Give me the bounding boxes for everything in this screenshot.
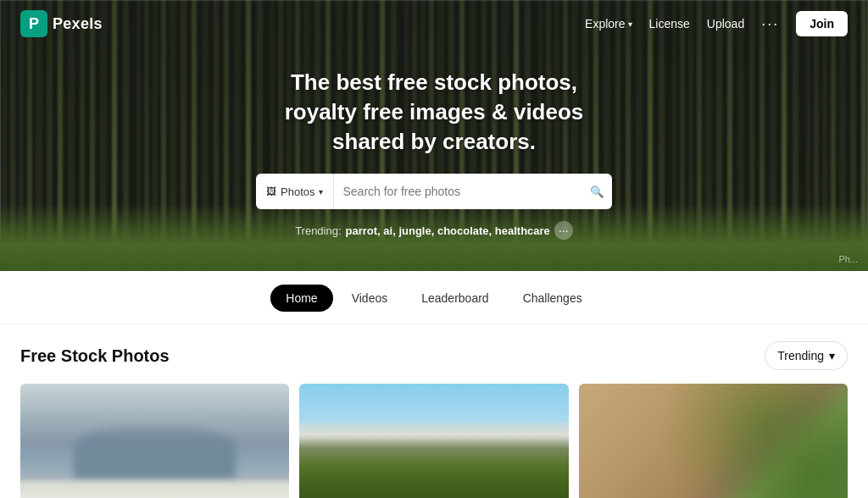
explore-chevron-icon: ▾ (628, 19, 632, 29)
search-submit-button[interactable]: 🔍 (581, 174, 612, 209)
brand-name: Pexels (53, 15, 103, 33)
license-nav-link[interactable]: License (649, 17, 690, 30)
image-icon: 🖼 (266, 185, 276, 197)
search-icon: 🔍 (590, 185, 604, 198)
tabs-bar: Home Videos Leaderboard Challenges (0, 271, 868, 324)
search-input[interactable] (334, 185, 581, 198)
pexels-logo[interactable]: P (20, 10, 47, 37)
nav-right: Explore ▾ License Upload ··· Join (585, 11, 848, 36)
section-title: Free Stock Photos (20, 346, 170, 366)
search-type-chevron-icon: ▾ (319, 187, 323, 196)
tab-home[interactable]: Home (270, 285, 332, 312)
nav-left: P Pexels (20, 10, 103, 37)
content-area: Free Stock Photos Trending ▾ (0, 324, 868, 498)
photo-card-2[interactable] (299, 384, 568, 498)
search-type-button[interactable]: 🖼 Photos ▾ (256, 174, 334, 209)
trending-label: Trending: (295, 224, 341, 237)
more-nav-button[interactable]: ··· (761, 15, 779, 33)
sort-dropdown[interactable]: Trending ▾ (765, 341, 848, 370)
trending-more-button[interactable]: ··· (554, 221, 573, 240)
hero-title: The best free stock photos, royalty free… (256, 68, 612, 157)
navbar: P Pexels Explore ▾ License Upload ··· Jo… (0, 0, 868, 47)
search-bar: 🖼 Photos ▾ 🔍 (256, 174, 612, 209)
sort-chevron-icon: ▾ (829, 349, 835, 362)
content-header: Free Stock Photos Trending ▾ (20, 341, 848, 370)
photo-credit: Ph... (838, 254, 858, 264)
tab-challenges[interactable]: Challenges (508, 285, 598, 312)
photo-grid (20, 384, 848, 498)
trending-row: Trending: parrot, ai, jungle, chocolate,… (295, 221, 573, 240)
explore-nav-link[interactable]: Explore ▾ (585, 17, 632, 30)
trending-ellipsis-icon: ··· (559, 224, 569, 237)
photo-card-3[interactable] (579, 384, 848, 498)
tab-videos[interactable]: Videos (337, 285, 403, 312)
join-button[interactable]: Join (796, 11, 848, 36)
trending-terms[interactable]: parrot, ai, jungle, chocolate, healthcar… (346, 224, 550, 237)
tab-leaderboard[interactable]: Leaderboard (406, 285, 504, 312)
hero-section: P Pexels Explore ▾ License Upload ··· Jo… (0, 0, 868, 271)
upload-nav-link[interactable]: Upload (707, 17, 744, 30)
photo-card-1[interactable] (20, 384, 289, 498)
